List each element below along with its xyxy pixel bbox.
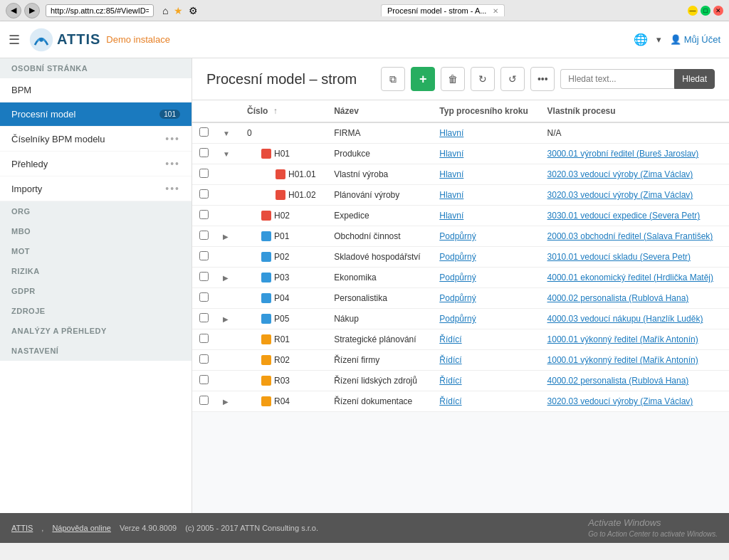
forward-button[interactable]: ▶ [24, 3, 40, 19]
row-type[interactable]: Řídící [432, 391, 540, 412]
row-type[interactable]: Podpůrný [432, 247, 540, 268]
row-owner[interactable]: 2000.03 obchodní ředitel (Salava Františ… [540, 226, 729, 247]
star-icon[interactable]: ★ [174, 5, 183, 16]
expand-icon[interactable]: ▶ [223, 315, 233, 323]
delete-button[interactable]: 🗑 [441, 67, 465, 91]
row-owner[interactable]: 4000.02 personalista (Rublová Hana) [540, 288, 729, 309]
row-type[interactable]: Hlavní [432, 185, 540, 206]
row-checkbox[interactable] [199, 354, 209, 364]
owner-link[interactable]: 3010.01 vedoucí skladu (Severa Petr) [547, 252, 691, 262]
type-link[interactable]: Podpůrný [439, 231, 476, 241]
row-checkbox[interactable] [199, 396, 209, 405]
owner-link[interactable]: 1000.01 výkonný ředitel (Mařík Antonín) [547, 355, 698, 365]
owner-link[interactable]: 3000.01 výrobní ředitel (Bureš Jaroslav) [547, 149, 699, 159]
row-checkbox[interactable] [199, 313, 209, 322]
owner-link[interactable]: 4000.03 vedoucí nákupu (Hanzlík Luděk) [547, 314, 703, 324]
row-checkbox[interactable] [199, 148, 209, 157]
row-checkbox[interactable] [199, 210, 209, 219]
row-checkbox[interactable] [199, 251, 209, 260]
type-link[interactable]: Řídící [439, 334, 461, 344]
row-type[interactable]: Hlavní [432, 206, 540, 226]
row-type[interactable]: Řídící [432, 350, 540, 371]
owner-link[interactable]: 3020.03 vedoucí výroby (Zima Václav) [547, 396, 693, 406]
sidebar-item-importy[interactable]: Importy ••• [0, 176, 192, 201]
close-button[interactable]: ✕ [713, 6, 723, 16]
row-owner[interactable]: 3000.01 výrobní ředitel (Bureš Jaroslav) [540, 144, 729, 164]
row-owner[interactable]: 3020.03 vedoucí výroby (Zima Václav) [540, 185, 729, 206]
footer-napoveda-link[interactable]: Nápověda online [52, 524, 111, 532]
sidebar-item-přehledy[interactable]: Přehledy ••• [0, 152, 192, 176]
owner-link[interactable]: 4000.02 personalista (Rublová Hana) [547, 376, 689, 386]
type-link[interactable]: Hlavní [439, 169, 463, 179]
expand-cell[interactable]: ▼ [216, 122, 240, 144]
owner-link[interactable]: 3020.03 vedoucí výroby (Zima Václav) [547, 169, 693, 179]
footer-attis-link[interactable]: ATTIS [11, 524, 33, 532]
owner-link[interactable]: 1000.01 výkonný ředitel (Mařík Antonín) [547, 334, 698, 344]
tab-close-icon[interactable]: ✕ [493, 7, 498, 15]
owner-link[interactable]: 2000.03 obchodní ředitel (Salava Františ… [547, 231, 713, 241]
row-owner[interactable]: 4000.03 vedoucí nákupu (Hanzlík Luděk) [540, 309, 729, 329]
row-owner[interactable]: 4000.01 ekonomický ředitel (Hrdlička Mat… [540, 268, 729, 288]
owner-link[interactable]: 4000.01 ekonomický ředitel (Hrdlička Mat… [547, 273, 713, 282]
expand-icon[interactable]: ▼ [223, 130, 233, 137]
expand-icon[interactable]: ▼ [223, 150, 233, 158]
home-icon[interactable]: ⌂ [162, 5, 168, 16]
expand-icon[interactable]: ▶ [223, 274, 233, 282]
type-link[interactable]: Hlavní [439, 211, 463, 221]
search-input[interactable] [560, 69, 674, 89]
row-owner[interactable]: 3020.03 vedoucí výroby (Zima Václav) [540, 391, 729, 412]
type-link[interactable]: Podpůrný [439, 252, 476, 262]
type-link[interactable]: Řídící [439, 355, 461, 365]
settings-icon[interactable]: ⚙ [189, 5, 198, 16]
hamburger-menu[interactable]: ☰ [9, 32, 20, 48]
row-type[interactable]: Podpůrný [432, 309, 540, 329]
row-type[interactable]: Podpůrný [432, 288, 540, 309]
active-tab[interactable]: Procesní model - strom - A... ✕ [381, 4, 505, 16]
type-link[interactable]: Podpůrný [439, 314, 476, 324]
type-link[interactable]: Hlavní [439, 128, 463, 138]
type-link[interactable]: Hlavní [439, 190, 463, 200]
add-button[interactable]: + [411, 67, 435, 91]
maximize-button[interactable]: □ [701, 6, 710, 16]
col-cislo[interactable]: Číslo ↑ [240, 100, 327, 122]
row-owner[interactable]: 3020.03 vedoucí výroby (Zima Václav) [540, 164, 729, 185]
row-owner[interactable]: 1000.01 výkonný ředitel (Mařík Antonín) [540, 329, 729, 350]
type-link[interactable]: Podpůrný [439, 293, 476, 303]
undo-button[interactable]: ↺ [500, 67, 525, 91]
expand-cell[interactable]: ▼ [216, 144, 240, 164]
expand-icon[interactable]: ▶ [223, 398, 233, 406]
row-type[interactable]: Podpůrný [432, 226, 540, 247]
row-type[interactable]: Hlavní [432, 164, 540, 185]
row-checkbox[interactable] [199, 127, 209, 137]
type-link[interactable]: Řídící [439, 376, 461, 386]
row-owner[interactable]: 3010.01 vedoucí skladu (Severa Petr) [540, 247, 729, 268]
expand-cell[interactable]: ▶ [216, 268, 240, 288]
row-owner[interactable]: 4000.02 personalista (Rublová Hana) [540, 371, 729, 391]
sidebar-item-procesni-model[interactable]: Procesní model 101 [0, 102, 192, 127]
refresh-button[interactable]: ↻ [471, 67, 495, 91]
row-checkbox[interactable] [199, 272, 209, 281]
globe-icon[interactable]: 🌐 [634, 33, 648, 46]
minimize-button[interactable]: — [688, 6, 698, 16]
owner-link[interactable]: 3020.03 vedoucí výroby (Zima Václav) [547, 190, 693, 200]
expand-cell[interactable]: ▶ [216, 226, 240, 247]
row-type[interactable]: Řídící [432, 329, 540, 350]
row-owner[interactable]: 3030.01 vedoucí expedice (Severa Petr) [540, 206, 729, 226]
type-link[interactable]: Řídící [439, 396, 461, 406]
row-checkbox[interactable] [199, 375, 209, 384]
back-button[interactable]: ◀ [6, 3, 21, 19]
owner-link[interactable]: 3030.01 vedoucí expedice (Severa Petr) [547, 211, 701, 221]
row-checkbox[interactable] [199, 292, 209, 302]
row-type[interactable]: Řídící [432, 371, 540, 391]
copy-button[interactable]: ⧉ [381, 67, 405, 91]
expand-icon[interactable]: ▶ [223, 233, 233, 241]
search-button[interactable]: Hledat [674, 69, 715, 89]
type-link[interactable]: Podpůrný [439, 273, 476, 282]
address-bar[interactable] [46, 4, 154, 17]
account-arrow-icon[interactable]: ▾ [656, 34, 661, 45]
row-owner[interactable]: 1000.01 výkonný ředitel (Mařík Antonín) [540, 350, 729, 371]
sidebar-item-bpm[interactable]: BPM [0, 78, 192, 102]
sidebar-item-císelníky[interactable]: Číselníky BPM modelu ••• [0, 127, 192, 152]
expand-cell[interactable]: ▶ [216, 391, 240, 412]
type-link[interactable]: Hlavní [439, 149, 463, 159]
